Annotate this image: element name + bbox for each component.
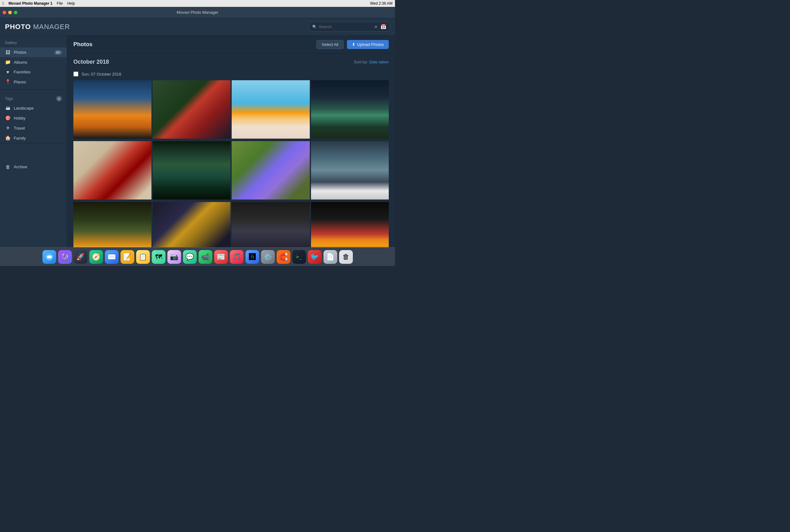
news-icon: 📰 (217, 253, 225, 261)
dock-maps[interactable]: 🗺 (152, 250, 166, 264)
facetime-icon: 📹 (201, 253, 209, 261)
app-logo: PHOTO MANAGER (5, 23, 70, 31)
window-title: Movavi Photo Manager (177, 10, 219, 15)
photos-icon: 🖼 (5, 50, 11, 55)
systemprefs-icon: ⚙️ (264, 253, 272, 261)
add-tag-button[interactable]: + (56, 96, 62, 101)
calendar-icon[interactable]: 📅 (380, 24, 387, 30)
photo-ship[interactable] (73, 80, 151, 139)
upload-label: Upload Photos (357, 42, 384, 47)
sidebar-item-hobby[interactable]: 🎯 Hobby (0, 113, 67, 123)
dock-news[interactable]: 📰 (214, 250, 228, 264)
tags-section-header: Tags + (0, 92, 67, 103)
dock-music[interactable]: 🎵 (230, 250, 244, 264)
close-button[interactable] (2, 11, 6, 14)
dock-photos[interactable]: 📷 (167, 250, 181, 264)
photo-forest-path[interactable] (73, 202, 151, 247)
dock-reminders[interactable]: 📋 (136, 250, 150, 264)
upload-icon: ⬆ (352, 42, 355, 47)
photo-forest-girl[interactable] (153, 141, 231, 200)
photo-woman-red[interactable] (153, 80, 231, 139)
title-bar: Movavi Photo Manager (0, 7, 395, 18)
date-group-label: Sun, 07 October 2018 (81, 72, 121, 76)
sidebar-travel-label: Travel (14, 126, 62, 131)
landscape-icon: 🏔 (5, 106, 11, 111)
logo-light: MANAGER (31, 23, 70, 31)
month-label: October 2018 (73, 59, 109, 65)
search-icon: 🔍 (312, 25, 317, 29)
photo-flower[interactable] (232, 141, 310, 200)
places-icon: 📍 (5, 79, 11, 84)
photo-dog-sunset[interactable] (311, 202, 389, 247)
photo-cherries[interactable] (73, 141, 151, 200)
tags-section-title: Tags (5, 96, 13, 101)
apple-menu[interactable]:  (2, 1, 4, 6)
launchpad-icon: 🚀 (76, 253, 84, 261)
clear-search-icon[interactable]: ✕ (374, 24, 378, 29)
date-group-header: Sun, 07 October 2018 (73, 72, 389, 76)
fullscreen-button[interactable] (14, 11, 18, 14)
dock-safari[interactable]: 🧭 (89, 250, 103, 264)
search-input[interactable] (319, 24, 373, 29)
dock-launchpad[interactable]: 🚀 (74, 250, 88, 264)
sidebar-item-archive[interactable]: 🗑 Archive (0, 162, 67, 172)
sidebar-family-label: Family (14, 136, 62, 140)
photo-grid-row1 (73, 80, 389, 139)
content-title: Photos (73, 41, 92, 48)
photo-wolf-waterfall[interactable] (311, 141, 389, 200)
help-menu[interactable]: Help (67, 1, 75, 6)
sidebar-places-label: Places (14, 80, 62, 84)
app-menu-title[interactable]: Movavi Photo Manager 1 (8, 1, 53, 6)
search-bar[interactable]: 🔍 ✕ 📅 (309, 22, 390, 32)
minimize-button[interactable] (8, 11, 12, 14)
sort-value[interactable]: Date taken (369, 60, 389, 64)
sidebar-item-travel[interactable]: ✈ Travel (0, 123, 67, 133)
sidebar-item-landscape[interactable]: 🏔 Landscape (0, 103, 67, 113)
sidebar-divider-1 (0, 89, 67, 90)
sidebar-item-places[interactable]: 📍 Places (0, 77, 67, 87)
photo-woman-orange[interactable] (232, 80, 310, 139)
hobby-icon: 🎯 (5, 115, 11, 121)
header-buttons: Select All ⬆ Upload Photos (316, 40, 389, 49)
maps-icon: 🗺 (155, 253, 162, 261)
magnet-icon: 🧲 (279, 253, 287, 261)
dock-mail[interactable]: ✉️ (105, 250, 119, 264)
content-header: Photos Select All ⬆ Upload Photos (67, 36, 395, 54)
dock-siri[interactable]: 🔮 (58, 250, 72, 264)
sidebar-hobby-label: Hobby (14, 116, 62, 120)
dock-trash[interactable]: 🗑 (339, 250, 353, 264)
dock-notes[interactable]: 📝 (120, 250, 134, 264)
upload-photos-button[interactable]: ⬆ Upload Photos (347, 40, 389, 49)
sidebar-divider-2 (0, 143, 67, 143)
photo-grid-row2 (73, 141, 389, 200)
photo-umbrella-man[interactable] (232, 202, 310, 247)
dock-clipboard[interactable]: 📄 (323, 250, 337, 264)
menubar-time: Wed 2:36 AM (370, 1, 393, 6)
dock-magnet[interactable]: 🧲 (277, 250, 290, 264)
trash-icon: 🗑 (342, 253, 350, 261)
photo-woman-window[interactable] (153, 202, 231, 247)
dock-airmail[interactable]: 🐦 (308, 250, 322, 264)
dock-finder[interactable] (42, 250, 56, 264)
dock-messages[interactable]: 💬 (183, 250, 197, 264)
photo-grid-row3 (73, 202, 389, 247)
sort-bar: Sort by: Date taken (354, 60, 389, 64)
dock-appstore[interactable]: 🅰 (245, 250, 259, 264)
dock: 🔮 🚀 🧭 ✉️ 📝 📋 🗺 📷 💬 📹 📰 🎵 🅰 ⚙️ 🧲 >_ (0, 247, 395, 266)
sidebar-item-photos[interactable]: 🖼 Photos 80 (0, 48, 67, 57)
notes-icon: 📝 (123, 253, 131, 261)
sidebar-archive-label: Archive (14, 165, 62, 169)
dock-systemprefs[interactable]: ⚙️ (261, 250, 275, 264)
photo-aurora[interactable] (311, 80, 389, 139)
sidebar-item-family[interactable]: 🏠 Family (0, 133, 67, 143)
dock-facetime[interactable]: 📹 (199, 250, 212, 264)
sidebar-item-albums[interactable]: 📁 Albums (0, 57, 67, 67)
siri-icon: 🔮 (61, 253, 69, 261)
sidebar-item-favorites[interactable]: ♥ Favorites (0, 67, 67, 77)
sort-by-label: Sort by: (354, 60, 368, 64)
date-group-checkbox[interactable] (73, 72, 78, 76)
dock-terminal[interactable]: >_ (292, 250, 306, 264)
file-menu[interactable]: File (57, 1, 63, 6)
sidebar-landscape-label: Landscape (14, 106, 62, 111)
select-all-button[interactable]: Select All (316, 40, 343, 49)
